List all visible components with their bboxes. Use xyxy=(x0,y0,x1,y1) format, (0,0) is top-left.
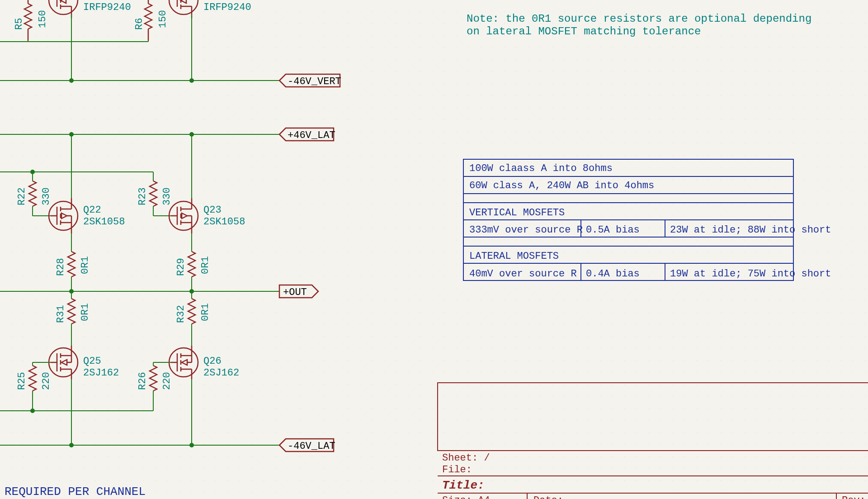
r28-val: 0R1 xyxy=(80,256,91,274)
mosfet-q26: Q26 2SJ162 xyxy=(169,346,239,379)
q-top-right-val: IRFP9240 xyxy=(203,2,251,13)
r5-val: 150 xyxy=(37,10,48,28)
r23-ref: R23 xyxy=(137,187,148,205)
svg-text:-46V_LAT: -46V_LAT xyxy=(288,441,335,452)
svg-point-121 xyxy=(69,443,74,447)
svg-text:VERTICAL MOSFETS: VERTICAL MOSFETS xyxy=(469,207,565,219)
svg-text:0.5A bias: 0.5A bias xyxy=(586,224,640,236)
r22-ref: R22 xyxy=(16,187,28,205)
q25-val: 2SJ162 xyxy=(83,367,119,379)
q22-ref: Q22 xyxy=(83,204,101,216)
r32-ref: R32 xyxy=(175,305,187,323)
r26-val: 220 xyxy=(161,372,173,390)
spec-table: 100W claass A into 8ohms 60W class A, 24… xyxy=(463,159,831,280)
netlabel-neg46-vert: -46V_VERT xyxy=(279,74,341,87)
mosfet-top-right: IRFP9240 xyxy=(169,0,251,18)
r6-val: 150 xyxy=(157,10,169,28)
resistor-r28: R28 0R1 xyxy=(55,252,91,277)
q25-ref: Q25 xyxy=(83,356,101,367)
resistor-r25: R25 220 xyxy=(16,366,52,391)
note-line2: on lateral MOSFET matching tolerance xyxy=(467,25,701,38)
r5-ref: R5 xyxy=(14,18,25,30)
r31-ref: R31 xyxy=(55,305,66,323)
svg-rect-146 xyxy=(438,383,868,451)
svg-rect-128 xyxy=(463,194,793,203)
svg-text:Sheet: /: Sheet: / xyxy=(442,452,490,464)
q-top-left-val: IRFP9240 xyxy=(83,2,131,13)
svg-rect-137 xyxy=(463,237,793,246)
netlabel-pos46-lat: +46V_LAT xyxy=(279,128,335,141)
svg-text:0.4A bias: 0.4A bias xyxy=(586,268,640,280)
r28-ref: R28 xyxy=(55,258,66,276)
svg-text:60W class A, 240W AB into 4ohm: 60W class A, 240W AB into 4ohms xyxy=(469,180,654,191)
r25-ref: R25 xyxy=(16,372,28,390)
svg-text:-46V_VERT: -46V_VERT xyxy=(288,76,341,87)
svg-text:40mV over source R: 40mV over source R xyxy=(469,268,577,280)
schematic-canvas[interactable]: R5 150 IRFP9240 R6 150 xyxy=(0,0,868,499)
q23-val: 2SK1058 xyxy=(203,216,245,228)
title-block: Sheet: / File: Title: Size: A4 Date: Rev… xyxy=(438,383,868,499)
svg-text:+46V_LAT: +46V_LAT xyxy=(288,130,335,141)
svg-point-122 xyxy=(189,443,194,447)
svg-text:Rev:: Rev: xyxy=(842,495,866,499)
mosfet-q23: Q23 2SK1058 xyxy=(169,198,245,233)
svg-text:Size: A4: Size: A4 xyxy=(442,495,490,499)
svg-text:100W claass A into 8ohms: 100W claass A into 8ohms xyxy=(469,163,613,174)
netlabel-out: +OUT xyxy=(279,285,318,298)
svg-text:LATERAL MOSFETS: LATERAL MOSFETS xyxy=(469,251,559,262)
svg-text:333mV over source R: 333mV over source R xyxy=(469,224,583,236)
svg-text:19W at idle; 75W into short: 19W at idle; 75W into short xyxy=(670,268,831,280)
resistor-r5: R5 150 xyxy=(14,0,48,41)
q26-val: 2SJ162 xyxy=(203,367,239,379)
svg-text:File:: File: xyxy=(442,464,472,475)
r29-ref: R29 xyxy=(175,258,187,276)
svg-point-33 xyxy=(189,78,194,83)
r22-val: 330 xyxy=(41,187,52,205)
r6-ref: R6 xyxy=(134,18,145,30)
resistor-r26: R26 220 xyxy=(137,366,173,391)
q22-val: 2SK1058 xyxy=(83,216,125,228)
svg-text:23W at idle; 88W into short: 23W at idle; 88W into short xyxy=(670,224,831,236)
resistor-r23: R23 330 xyxy=(137,181,173,206)
mosfet-top-left: IRFP9240 xyxy=(49,0,131,18)
resistor-r31: R31 0R1 xyxy=(55,299,91,324)
mosfet-q25: Q25 2SJ162 xyxy=(49,346,119,379)
q26-ref: Q26 xyxy=(203,356,222,367)
svg-text:Date:: Date: xyxy=(533,495,563,499)
resistor-r32: R32 0R1 xyxy=(175,299,211,324)
svg-text:Title:: Title: xyxy=(442,479,485,492)
q23-ref: Q23 xyxy=(203,204,222,216)
note-line1: Note: the 0R1 source resistors are optio… xyxy=(467,13,811,25)
r23-val: 330 xyxy=(161,187,173,205)
r32-val: 0R1 xyxy=(200,303,211,321)
netlabel-neg46-lat: -46V_LAT xyxy=(279,439,335,452)
resistor-r29: R29 0R1 xyxy=(175,252,211,277)
r31-val: 0R1 xyxy=(80,303,91,321)
r25-val: 220 xyxy=(41,372,52,390)
resistor-r6: R6 150 xyxy=(134,0,169,41)
resistor-r22: R22 330 xyxy=(16,181,52,206)
r29-val: 0R1 xyxy=(200,256,211,274)
bottom-text: REQUIRED PER CHANNEL xyxy=(5,485,146,499)
r26-ref: R26 xyxy=(137,372,148,390)
svg-text:+OUT: +OUT xyxy=(283,287,307,298)
mosfet-q22: Q22 2SK1058 xyxy=(49,198,125,233)
